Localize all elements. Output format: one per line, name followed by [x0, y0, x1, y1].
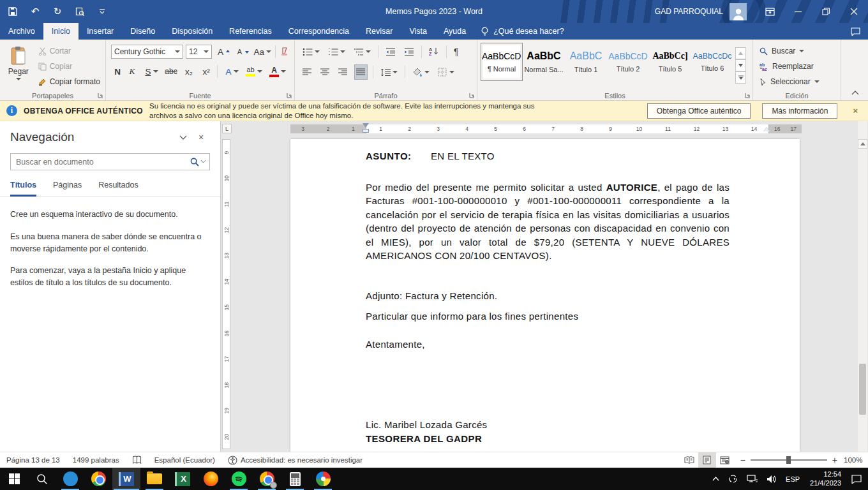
taskbar-spotify[interactable] [225, 468, 253, 490]
customize-quick-access-icon[interactable] [96, 4, 108, 19]
text-effects-button[interactable]: A [222, 64, 240, 78]
taskbar-edge[interactable] [56, 468, 84, 490]
line-spacing-button[interactable] [379, 65, 399, 79]
undo-icon[interactable]: ↶ [29, 4, 41, 19]
styles-scroll-down-icon[interactable] [735, 59, 746, 71]
numbered-list-button[interactable] [327, 45, 347, 59]
tell-me-box[interactable]: ¿Qué desea hacer? [474, 23, 571, 40]
borders-button[interactable] [437, 65, 456, 79]
multilevel-list-button[interactable] [352, 45, 372, 59]
highlight-color-button[interactable]: ab [244, 64, 264, 78]
subscript-button[interactable]: x₂ [183, 67, 195, 77]
cut-button[interactable]: Cortar [36, 45, 103, 57]
print-layout-view-icon[interactable] [698, 452, 716, 468]
redo-icon[interactable]: ↻ [51, 4, 64, 19]
show-paragraph-marks-button[interactable]: ¶ [453, 45, 460, 59]
taskbar-firefox[interactable] [197, 468, 225, 490]
sort-button[interactable]: AZ [428, 45, 440, 59]
close-warning-icon[interactable]: × [853, 106, 858, 115]
styles-scroll-up-icon[interactable] [735, 47, 746, 59]
page-indicator[interactable]: Página 13 de 13 [0, 452, 66, 468]
justify-button[interactable] [355, 65, 367, 79]
action-center-icon[interactable] [848, 468, 865, 490]
align-center-button[interactable] [319, 65, 331, 79]
nav-tab-resultados[interactable]: Resultados [98, 181, 138, 197]
read-mode-view-icon[interactable] [680, 452, 698, 468]
taskbar-paint[interactable] [309, 468, 337, 490]
taskbar-chrome[interactable] [84, 468, 112, 490]
feedback-icon[interactable] [842, 23, 868, 40]
italic-button[interactable]: K [127, 66, 137, 77]
superscript-button[interactable]: x² [200, 67, 213, 77]
search-submit[interactable] [190, 158, 209, 167]
show-hidden-icons-chevron[interactable] [708, 468, 723, 490]
clock[interactable]: 12:54 21/4/2023 [805, 470, 846, 488]
fuente-dialog-launcher-icon[interactable] [287, 93, 292, 98]
decrease-indent-button[interactable] [384, 45, 397, 59]
zoom-slider-thumb[interactable] [786, 456, 791, 464]
tab-vista[interactable]: Vista [401, 23, 435, 40]
language-indicator[interactable]: ESP [782, 468, 804, 490]
style-titulo-6[interactable]: AaBbCcDc Título 6 [692, 43, 733, 80]
style-normal[interactable]: AaBbCcDc ¶ Normal [481, 43, 522, 80]
align-left-button[interactable] [301, 65, 313, 79]
navigation-options-chevron-icon[interactable] [174, 135, 192, 140]
save-icon[interactable] [6, 4, 19, 19]
account-name[interactable]: GAD PARROQUIAL [655, 7, 723, 16]
select-button[interactable]: Seleccionar [760, 75, 841, 88]
navigation-close-icon[interactable]: × [192, 132, 210, 142]
style-titulo-5[interactable]: AaBbCc] Título 5 [650, 43, 691, 80]
paste-button[interactable]: Pegar [4, 43, 33, 85]
minimize-button[interactable] [784, 0, 812, 23]
left-indent-marker[interactable] [363, 129, 369, 133]
format-painter-button[interactable]: Copiar formato [36, 75, 103, 88]
document-page[interactable]: ASUNTO: EN EL TEXTO Por medio del presen… [290, 139, 800, 452]
restore-button[interactable] [812, 0, 840, 23]
shrink-font-button[interactable]: A [234, 45, 250, 59]
underline-button[interactable]: S [142, 64, 160, 78]
taskbar-calculator[interactable] [281, 468, 309, 490]
taskbar-search-button[interactable] [28, 468, 56, 490]
print-preview-icon[interactable] [73, 4, 86, 19]
zoom-percentage[interactable]: 100% [844, 456, 868, 464]
ribbon-display-options-icon[interactable] [756, 0, 784, 23]
accessibility-status[interactable]: Accesibilidad: es necesario investigar [221, 452, 369, 468]
tray-app-icon[interactable] [724, 468, 742, 490]
bold-button[interactable]: N [112, 67, 123, 77]
taskbar-word[interactable]: W [112, 468, 140, 490]
nav-tab-titulos[interactable]: Títulos [10, 181, 36, 197]
tab-archivo[interactable]: Archivo [0, 23, 43, 40]
font-color-button[interactable]: A [268, 64, 287, 78]
style-titulo-1[interactable]: AaBbC Título 1 [565, 43, 606, 80]
close-button[interactable] [840, 0, 868, 23]
proofing-icon[interactable] [126, 452, 148, 468]
tab-correspondencia[interactable]: Correspondencia [280, 23, 357, 40]
tab-referencias[interactable]: Referencias [221, 23, 280, 40]
language-indicator[interactable]: Español (Ecuador) [148, 452, 221, 468]
tab-diseno[interactable]: Diseño [122, 23, 163, 40]
zoom-in-button[interactable]: + [832, 455, 837, 465]
strikethrough-button[interactable]: abc [164, 67, 178, 76]
styles-gallery-more-icon[interactable] [735, 71, 746, 84]
search-input[interactable] [11, 158, 190, 167]
bullet-list-button[interactable] [301, 45, 321, 59]
more-info-button[interactable]: Más información [762, 103, 837, 119]
scrollbar-thumb[interactable] [859, 364, 866, 415]
network-icon[interactable] [743, 468, 761, 490]
zoom-out-button[interactable]: − [740, 455, 745, 465]
word-count[interactable]: 1499 palabras [66, 452, 126, 468]
tab-revisar[interactable]: Revisar [357, 23, 401, 40]
get-genuine-office-button[interactable]: Obtenga Office auténtico [647, 103, 751, 119]
right-indent-marker[interactable] [763, 127, 770, 131]
increase-indent-button[interactable] [403, 45, 415, 59]
font-family-combobox[interactable]: Century Gothic [111, 45, 183, 59]
volume-icon[interactable] [763, 468, 781, 490]
zoom-slider[interactable] [751, 459, 827, 461]
taskbar-file-explorer[interactable] [140, 468, 168, 490]
start-button[interactable] [0, 468, 28, 490]
shading-button[interactable] [411, 65, 431, 79]
tab-ayuda[interactable]: Ayuda [435, 23, 474, 40]
parrafo-dialog-launcher-icon[interactable] [469, 93, 475, 98]
scroll-up-icon[interactable] [858, 139, 867, 149]
portapapeles-dialog-launcher-icon[interactable] [98, 93, 103, 98]
